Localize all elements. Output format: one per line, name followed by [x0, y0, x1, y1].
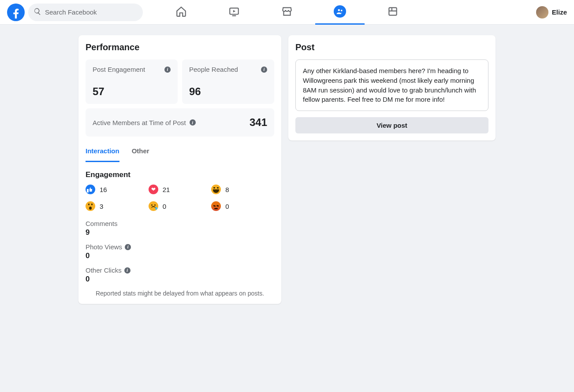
topbar-profile[interactable]: Elize	[536, 6, 567, 18]
post-body: Any other Kirkland-based members here? I…	[295, 59, 488, 111]
reaction-like-count: 16	[100, 186, 107, 193]
performance-card: Performance Post Engagement 57 People Re…	[78, 35, 281, 304]
search-input[interactable]	[45, 8, 138, 16]
view-post-button[interactable]: View post	[295, 117, 488, 133]
info-icon[interactable]	[190, 119, 196, 126]
reaction-wow: 3	[86, 201, 149, 211]
main-content: Performance Post Engagement 57 People Re…	[0, 25, 574, 314]
groups-icon	[334, 5, 346, 18]
username-label: Elize	[552, 8, 567, 16]
perf-tabs: Interaction Other	[86, 147, 274, 163]
people-reached-value: 96	[189, 85, 267, 98]
tab-other[interactable]: Other	[132, 147, 149, 162]
performance-title: Performance	[86, 42, 274, 52]
reaction-sad: 0	[149, 201, 212, 211]
active-members-value: 341	[250, 116, 267, 129]
nav-gaming[interactable]	[368, 0, 417, 25]
nav-watch[interactable]	[209, 0, 259, 25]
active-members-label: Active Members at Time of Post	[93, 119, 186, 126]
reactions-grid: 16 21 8 3 0 0	[86, 185, 274, 211]
photo-views-label: Photo Views	[86, 243, 122, 251]
nav-home[interactable]	[157, 0, 206, 25]
photo-views-value: 0	[86, 251, 274, 260]
nav-tabs	[157, 0, 417, 25]
photo-views-metric: Photo Views 0	[86, 243, 274, 260]
reaction-wow-count: 3	[100, 203, 103, 210]
info-icon[interactable]	[125, 244, 131, 250]
avatar	[536, 6, 548, 18]
other-clicks-value: 0	[86, 275, 274, 284]
people-reached-label: People Reached	[189, 66, 238, 73]
wow-icon	[86, 201, 95, 211]
other-clicks-metric: Other Clicks 0	[86, 266, 274, 284]
active-members-box: Active Members at Time of Post 341	[86, 108, 274, 137]
search-icon	[34, 7, 45, 17]
reaction-like: 16	[86, 185, 149, 194]
like-icon	[86, 185, 95, 194]
reaction-angry-count: 0	[225, 203, 229, 210]
comments-value: 9	[86, 228, 274, 237]
svg-point-1	[338, 9, 340, 11]
info-icon[interactable]	[261, 67, 267, 73]
comments-metric: Comments 9	[86, 220, 274, 237]
search-field[interactable]	[28, 4, 143, 21]
reaction-angry: 0	[211, 201, 274, 211]
post-title: Post	[295, 42, 488, 52]
info-icon[interactable]	[124, 267, 130, 274]
stats-disclaimer: Reported stats might be delayed from wha…	[86, 290, 274, 297]
comments-label: Comments	[86, 220, 274, 227]
top-bar: Elize	[0, 0, 574, 25]
reaction-haha-count: 8	[225, 186, 229, 193]
reaction-love-count: 21	[163, 186, 170, 193]
sad-icon	[149, 201, 158, 211]
reaction-haha: 8	[211, 185, 274, 194]
post-card: Post Any other Kirkland-based members he…	[288, 35, 496, 141]
info-icon[interactable]	[164, 67, 171, 73]
nav-groups[interactable]	[315, 0, 365, 25]
reaction-love: 21	[149, 185, 212, 194]
people-reached-box: People Reached 96	[182, 59, 274, 104]
post-engagement-box: Post Engagement 57	[86, 59, 178, 104]
haha-icon	[211, 185, 221, 194]
post-engagement-value: 57	[93, 85, 171, 98]
other-clicks-label: Other Clicks	[86, 266, 122, 274]
tab-interaction[interactable]: Interaction	[86, 147, 119, 162]
engagement-heading: Engagement	[86, 170, 274, 179]
reaction-sad-count: 0	[163, 203, 166, 210]
svg-point-2	[341, 10, 343, 11]
love-icon	[149, 185, 158, 194]
nav-marketplace[interactable]	[262, 0, 312, 25]
facebook-logo[interactable]	[7, 4, 25, 21]
angry-icon	[211, 201, 221, 211]
post-engagement-label: Post Engagement	[93, 66, 145, 73]
